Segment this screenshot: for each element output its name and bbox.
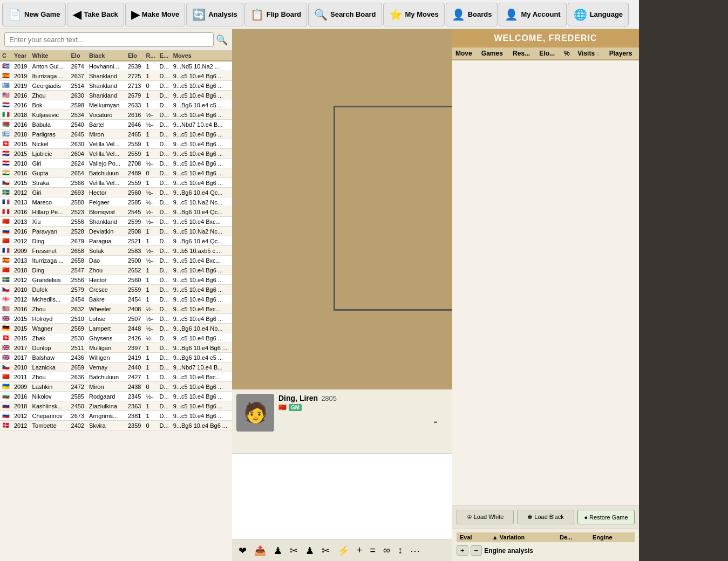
- game-year: 2016: [12, 304, 30, 314]
- table-row[interactable]: 🇪🇸 2019 Iturrizaga ... 2637 Shankland 27…: [0, 71, 232, 81]
- stats-col-games[interactable]: Games: [478, 47, 509, 60]
- table-row[interactable]: 🇬🇧 2015 Holroyd 2510 Lohse 2507 ½- D... …: [0, 314, 232, 324]
- arrows-button[interactable]: ↕: [396, 544, 405, 557]
- engine-col-depth[interactable]: De...: [556, 532, 589, 542]
- table-row[interactable]: 🇭🇷 2015 Ljubicic 2604 Velilla Vel... 255…: [0, 149, 232, 159]
- table-row[interactable]: 🇬🇧 2017 Dunlop 2511 Mulligan 2397 1 D...…: [0, 343, 232, 353]
- engine-col-eval[interactable]: Eval: [457, 532, 489, 542]
- flip-board-button[interactable]: 📋 Flip Board: [244, 3, 307, 26]
- equals-button[interactable]: =: [368, 544, 378, 557]
- game-white: Holroyd: [30, 314, 69, 324]
- table-row[interactable]: 🇮🇳 2016 Gupta 2654 Batchuluun 2489 0 D..…: [0, 168, 232, 178]
- plus-button[interactable]: +: [355, 544, 365, 557]
- search-input[interactable]: [4, 32, 214, 47]
- col-header-year[interactable]: Year: [12, 51, 30, 61]
- new-game-button[interactable]: 📄 New Game: [2, 3, 66, 26]
- my-moves-button[interactable]: ⭐ My Moves: [383, 3, 445, 26]
- col-header-belo[interactable]: Elo: [126, 51, 144, 61]
- eval-minus-button[interactable]: −: [471, 545, 482, 556]
- table-row[interactable]: 🇳🇱 2016 Bok 2598 Melkumyan 2633 1 D... 9…: [0, 100, 232, 110]
- table-row[interactable]: 🇷🇺 2016 Paravyan 2528 Deviatkin 2508 1 D…: [0, 227, 232, 236]
- col-header-eco[interactable]: E...: [158, 51, 171, 61]
- game-white: Xiu: [30, 217, 69, 227]
- analysis-button[interactable]: 🔄 Analysis: [186, 3, 243, 26]
- engine-col-variation[interactable]: ▲ Variation: [489, 532, 556, 542]
- my-account-button[interactable]: 👤 My Account: [499, 3, 566, 26]
- load-white-button[interactable]: ♔ Load White: [457, 510, 514, 524]
- table-row[interactable]: 🇨🇿 2010 Dufek 2579 Cresce 2559 1 D... 9.…: [0, 285, 232, 295]
- col-header-white[interactable]: White: [30, 51, 69, 61]
- table-row[interactable]: 🇵🇪 2016 Hillarp Pe... 2523 Blomqvist 254…: [0, 207, 232, 217]
- table-row[interactable]: 🇨🇿 2010 Laznicka 2659 Vernay 2440 1 D...…: [0, 362, 232, 372]
- stats-col-visits[interactable]: Visits ↓: [574, 47, 605, 60]
- more-button[interactable]: ⋯: [408, 544, 422, 558]
- game-result: ½-: [144, 392, 157, 401]
- table-row[interactable]: 🇨🇿 2015 Straka 2566 Velilla Vel... 2559 …: [0, 178, 232, 188]
- table-row[interactable]: 🇧🇾 2016 Babula 2540 Bartel 2646 ½- D... …: [0, 120, 232, 129]
- table-row[interactable]: 🇨🇳 2012 Ding 2679 Paragua 2521 1 D... 9.…: [0, 236, 232, 246]
- infinity-button[interactable]: ∞: [381, 544, 392, 557]
- col-header-result[interactable]: R...: [144, 51, 157, 61]
- my-account-label: My Account: [521, 10, 560, 18]
- restore-game-button[interactable]: ● Restore Game: [577, 510, 635, 524]
- table-row[interactable]: 🇨🇳 2010 Ding 2547 Zhou 2652 1 D... 9...c…: [0, 265, 232, 275]
- col-header-welo[interactable]: Elo: [69, 51, 87, 61]
- table-row[interactable]: 🇺🇸 2016 Zhou 2632 Wheeler 2408 ½- D... 9…: [0, 304, 232, 314]
- scissors1-button[interactable]: ✂: [288, 544, 300, 558]
- col-header-moves[interactable]: Moves: [171, 51, 232, 61]
- table-row[interactable]: 🇬🇷 2019 Georgiadis 2514 Shankland 2713 0…: [0, 81, 232, 91]
- table-row[interactable]: 🇸🇪 2012 Giri 2693 Hector 2560 ½- D... 9.…: [0, 188, 232, 197]
- table-row[interactable]: 🇬🇧 2017 Balshaw 2436 Willigen 2419 1 D..…: [0, 353, 232, 362]
- table-row[interactable]: 🇫🇷 2009 Fressinet 2658 Solak 2583 ½- D..…: [0, 246, 232, 256]
- stats-col-elo[interactable]: Elo...: [536, 47, 561, 60]
- stats-col-move[interactable]: Move: [452, 47, 478, 60]
- table-row[interactable]: 🇮🇹 2018 Kuljasevic 2534 Vocaturo 2616 ½-…: [0, 110, 232, 120]
- table-row[interactable]: 🇨🇺 2019 Anton Gui... 2674 Hovhanni... 26…: [0, 61, 232, 71]
- white-country-flag: 🇨🇳: [278, 403, 287, 411]
- table-row[interactable]: 🇨🇭 2015 Nickel 2630 Velilla Vel... 2559 …: [0, 139, 232, 149]
- scissors2-button[interactable]: ✂: [319, 544, 332, 558]
- table-row[interactable]: 🇸🇪 2012 Grandelius 2556 Hector 2560 1 D.…: [0, 275, 232, 285]
- table-row[interactable]: 🇬🇪 2012 Mchedlis... 2454 Bakre 2454 1 D.…: [0, 295, 232, 304]
- table-row[interactable]: 🇺🇦 2009 Lashkin 2472 Miron 2438 0 D... 9…: [0, 382, 232, 392]
- load-black-button[interactable]: ♚ Load Black: [517, 510, 574, 524]
- engine-col-engine[interactable]: Engine: [589, 532, 635, 542]
- stats-col-pct[interactable]: %: [561, 47, 574, 60]
- make-move-button[interactable]: ▶ Make Move: [125, 3, 185, 26]
- col-header-c: C: [0, 51, 12, 61]
- take-back-button[interactable]: ◀ Take Back: [67, 3, 124, 26]
- table-row[interactable]: 🇧🇬 2016 Nikolov 2585 Rodgaard 2345 ½- D.…: [0, 392, 232, 401]
- table-row[interactable]: 🇺🇸 2016 Zhou 2630 Shankland 2679 1 D... …: [0, 91, 232, 100]
- game-eco: D...: [158, 314, 171, 324]
- piece1-button[interactable]: ♟: [271, 544, 284, 558]
- lightning-button[interactable]: ⚡: [335, 544, 351, 558]
- search-button[interactable]: 🔍: [216, 34, 228, 46]
- language-button[interactable]: 🌐 Language: [568, 3, 629, 26]
- boards-button[interactable]: 👤 Boards: [446, 3, 498, 26]
- table-row[interactable]: 🇩🇰 2012 Tombette 2402 Skvira 2359 0 D...…: [0, 421, 232, 430]
- table-row[interactable]: 🇨🇭 2015 Zhak 2530 Ghysens 2426 ½- D... 9…: [0, 333, 232, 343]
- stats-table-container[interactable]: Move Games Res... Elo... % Visits ↓ Play…: [452, 47, 639, 505]
- table-row[interactable]: 🇨🇳 2011 Zhou 2636 Batchuluun 2427 1 D...…: [0, 372, 232, 382]
- table-row[interactable]: 🇷🇺 2012 Cheparinov 2673 Arngrims... 2381…: [0, 411, 232, 421]
- game-white: Babula: [30, 120, 69, 129]
- table-row[interactable]: 🇬🇷 2018 Parligras 2645 Miron 2465 1 D...…: [0, 129, 232, 139]
- heart-button[interactable]: ❤: [236, 544, 249, 558]
- export-button[interactable]: 📤: [252, 544, 268, 558]
- game-belo: 2585: [126, 197, 144, 207]
- table-row[interactable]: 🇷🇺 2018 Kashlinsk... 2450 Ziaziulkina 23…: [0, 401, 232, 411]
- search-board-button[interactable]: 🔍 Search Board: [308, 3, 382, 26]
- table-row[interactable]: 🇨🇳 2013 Xiu 2556 Shankland 2599 ½- D... …: [0, 217, 232, 227]
- col-header-black[interactable]: Black: [87, 51, 126, 61]
- table-row[interactable]: 🇫🇷 2013 Mareco 2580 Felgaer 2585 ½- D...…: [0, 197, 232, 207]
- game-result: 1: [144, 372, 157, 382]
- table-row[interactable]: 🇩🇪 2015 Wagner 2569 Lampert 2448 ½- D...…: [0, 324, 232, 333]
- game-result: 1: [144, 285, 157, 295]
- stats-col-players[interactable]: Players: [606, 47, 639, 60]
- eval-plus-button[interactable]: +: [457, 545, 468, 556]
- game-year: 2018: [12, 401, 30, 411]
- stats-col-res[interactable]: Res...: [509, 47, 536, 60]
- piece2-button[interactable]: ♟: [303, 544, 316, 558]
- table-row[interactable]: 🇪🇸 2013 Iturrizaga ... 2658 Dao 2500 ½- …: [0, 256, 232, 265]
- table-row[interactable]: 🇭🇷 2010 Giri 2624 Vallejo Po... 2708 ½- …: [0, 159, 232, 168]
